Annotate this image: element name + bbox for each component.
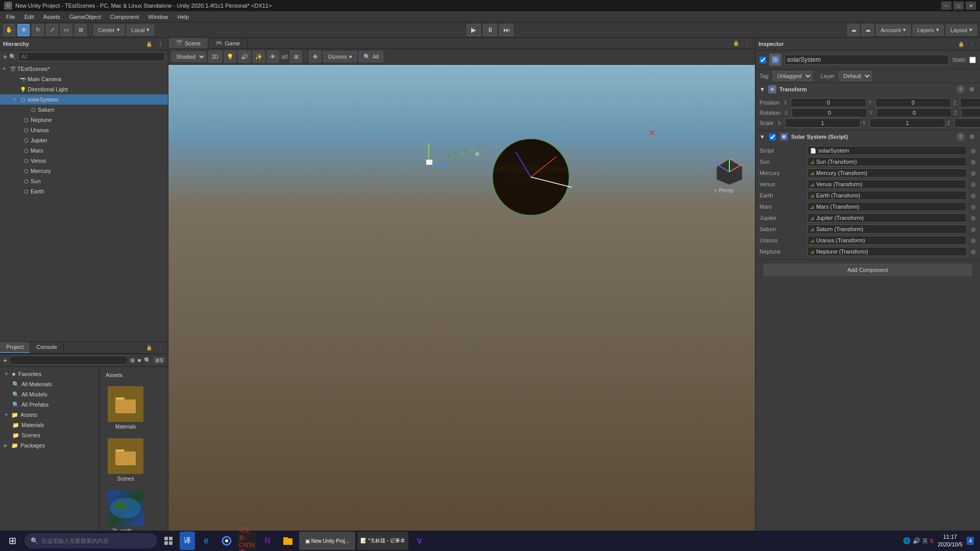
- notification-count[interactable]: 4: [967, 537, 974, 545]
- rotate-tool-button[interactable]: ↻: [32, 24, 44, 36]
- scene-light-button[interactable]: 💡: [224, 51, 236, 63]
- tree-item-mercury[interactable]: ⬡ Mercury: [0, 166, 168, 176]
- menu-window[interactable]: Window: [144, 13, 172, 21]
- scene-audio-button[interactable]: 🔊: [238, 51, 251, 63]
- layer-select[interactable]: Default: [839, 71, 872, 81]
- menu-component[interactable]: Component: [106, 13, 143, 21]
- saturn-target-icon[interactable]: ◎: [971, 226, 976, 233]
- 2d-button[interactable]: 2D: [208, 51, 222, 63]
- tree-item-earth[interactable]: ⬡ Earth: [0, 186, 168, 196]
- tree-item-saturn[interactable]: ⬡ Saturn: [0, 105, 168, 115]
- solar-script-header[interactable]: ▼ # Solar System (Script) ? ⚙: [755, 131, 980, 143]
- neptune-target-icon[interactable]: ◎: [971, 248, 976, 255]
- static-checkbox[interactable]: [969, 57, 976, 63]
- menu-assets[interactable]: Assets: [39, 13, 64, 21]
- tree-item-uranus[interactable]: ⬡ Uranus: [0, 125, 168, 135]
- sidebar-materials[interactable]: 📁 Materials: [0, 420, 99, 430]
- tree-item-mars[interactable]: ⬡ Mars: [0, 145, 168, 156]
- hand-tool-button[interactable]: ✋: [3, 24, 15, 36]
- menu-file[interactable]: File: [2, 13, 19, 21]
- scene-lock-icon[interactable]: 🔒: [731, 39, 741, 48]
- project-view-icon[interactable]: ⊞: [130, 357, 135, 364]
- taskbar-search-box[interactable]: 🔍: [24, 533, 157, 548]
- rot-y-input[interactable]: [876, 108, 952, 117]
- scene-hide-button[interactable]: 👁: [267, 51, 279, 63]
- transform-settings-icon[interactable]: ⚙: [968, 85, 976, 93]
- project-search-input[interactable]: [9, 356, 128, 365]
- taskbar-csdn[interactable]: 写文章-CSDN博...: [238, 532, 256, 550]
- taskbar-onenote[interactable]: N: [258, 532, 277, 550]
- minimize-button[interactable]: ─: [941, 2, 951, 10]
- venus-target-icon[interactable]: ◎: [971, 181, 976, 188]
- scene-grid-button[interactable]: ⊞: [290, 51, 302, 63]
- scene-effect-button[interactable]: ✨: [253, 51, 265, 63]
- transform-info-icon[interactable]: ?: [957, 85, 965, 93]
- hierarchy-lock-icon[interactable]: 🔒: [144, 39, 154, 48]
- uranus-target-icon[interactable]: ◎: [971, 237, 976, 244]
- sun-target-icon[interactable]: ◎: [971, 159, 976, 165]
- asset-materials-folder[interactable]: Materials: [106, 384, 145, 432]
- script-target-icon[interactable]: ◎: [971, 147, 976, 154]
- layout-button[interactable]: Layout ▾: [946, 24, 977, 36]
- rot-z-input[interactable]: [961, 108, 980, 117]
- network-icon[interactable]: 🌐: [903, 537, 911, 544]
- scale-x-input[interactable]: [785, 118, 861, 128]
- perspective-gizmo[interactable]: X Z Y: [714, 157, 745, 187]
- pos-y-input[interactable]: [875, 98, 951, 107]
- close-button[interactable]: ✕: [966, 2, 976, 10]
- asset-scenes-folder[interactable]: Scenes: [106, 436, 145, 484]
- sidebar-all-materials[interactable]: 🔍 All Materials: [0, 379, 99, 389]
- project-filter-icon[interactable]: ★: [137, 357, 142, 364]
- add-component-button[interactable]: Add Component: [764, 264, 972, 276]
- taskbar-edge[interactable]: e: [197, 532, 215, 550]
- tree-item-jupiter[interactable]: ⬡ Jupiter: [0, 135, 168, 145]
- sidebar-all-models[interactable]: 🔍 All Models: [0, 389, 99, 399]
- tab-project[interactable]: Project: [0, 342, 30, 353]
- scene-more-icon[interactable]: ⋮: [743, 39, 752, 48]
- tag-select[interactable]: Untagged: [773, 71, 813, 81]
- menu-edit[interactable]: Edit: [20, 13, 38, 21]
- menu-gameobject[interactable]: GameObject: [65, 13, 105, 21]
- inspector-lock-icon[interactable]: 🔒: [957, 39, 966, 48]
- move-tool-button[interactable]: ✥: [17, 24, 30, 36]
- taskbar-unity[interactable]: ▣ New Unity Proj...: [299, 532, 355, 550]
- account-button[interactable]: Account ▾: [876, 24, 911, 36]
- scale-y-input[interactable]: [870, 118, 945, 128]
- taskbar-file-explorer[interactable]: [279, 532, 297, 550]
- sidebar-assets[interactable]: ▼ 📁 Assets: [0, 410, 99, 420]
- project-add-icon[interactable]: +: [3, 356, 7, 364]
- asset-2k-earth[interactable]: 2k_earth_...: [106, 488, 145, 536]
- scale-tool-button[interactable]: ⤢: [46, 24, 58, 36]
- jupiter-target-icon[interactable]: ◎: [971, 215, 976, 221]
- rot-x-input[interactable]: [792, 108, 867, 117]
- clock-display[interactable]: 11:17 2020/10/5: [938, 533, 963, 549]
- tree-item-main-camera[interactable]: 📷 Main Camera: [0, 74, 168, 84]
- project-lock-icon[interactable]: 🔒: [144, 343, 154, 353]
- tab-game[interactable]: 🎮 Game: [208, 38, 248, 48]
- tab-console[interactable]: Console: [30, 342, 63, 353]
- taskbar-translate[interactable]: 译: [180, 532, 195, 550]
- tree-item-neptune[interactable]: ⬡ Neptune: [0, 115, 168, 125]
- services-button[interactable]: ☁: [847, 24, 860, 36]
- pos-z-input[interactable]: [960, 98, 980, 107]
- hierarchy-more-icon[interactable]: ⋮: [156, 39, 165, 48]
- object-name-field[interactable]: [785, 55, 949, 65]
- tree-item-venus[interactable]: ⬡ Venus: [0, 156, 168, 166]
- gizmos-button[interactable]: Gizmos ▾: [323, 51, 356, 62]
- taskbar-vs[interactable]: V: [410, 532, 429, 550]
- solar-script-info-icon[interactable]: ?: [957, 133, 965, 141]
- hierarchy-add-icon[interactable]: +: [3, 53, 7, 61]
- pivot-button[interactable]: Center ▾: [93, 24, 125, 36]
- solar-script-active-check[interactable]: [769, 134, 776, 140]
- tree-item-directional-light[interactable]: 💡 Directional Light: [0, 84, 168, 94]
- collab-button[interactable]: ☁: [862, 24, 874, 36]
- sougou-icon[interactable]: S: [930, 538, 934, 544]
- tree-item-testscenes[interactable]: ▼ 🎬 TEstScenes*: [0, 64, 168, 74]
- tree-item-sun[interactable]: ⬡ Sun: [0, 176, 168, 186]
- earth-target-icon[interactable]: ◎: [971, 192, 976, 199]
- tab-scene[interactable]: 🎬 Scene: [168, 38, 208, 48]
- active-checkbox[interactable]: [760, 57, 766, 63]
- ime-label[interactable]: 英: [922, 537, 928, 545]
- space-button[interactable]: Local ▾: [127, 24, 154, 36]
- menu-help[interactable]: Help: [173, 13, 193, 21]
